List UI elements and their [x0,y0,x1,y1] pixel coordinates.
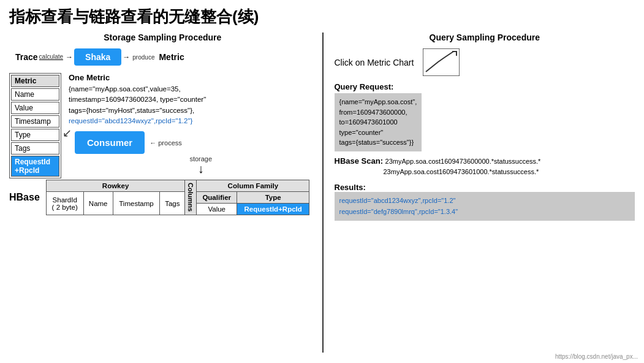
hbase-scan-section: HBase Scan: 23myApp.soa.cost160947360000… [335,156,635,178]
value-cell: Value [197,204,237,215]
svg-rect-0 [423,48,460,76]
storage-arrow-area: storage ↓ [86,155,316,175]
curve-arrow-icon: ↙ [63,126,72,140]
metric-table-value: Value [11,102,59,114]
results-section: Results: requestId="abcd1234wxyz",rpcId=… [335,183,635,221]
rowkey-header: Rowkey [46,180,185,192]
hbase-scan-line1: 23myApp.soa.cost1609473600000.*statussuc… [385,158,541,165]
metric-table: Metric Name Value Timestamp Type Tags Re… [9,73,61,178]
content-area: Storage Sampling Procedure Trace calcula… [9,32,635,353]
qualifier-col: Qualifier [197,192,237,204]
consumer-section: ↙ Consumer ← process storage ↓ [69,131,316,175]
process-label: ← process [150,139,182,147]
click-metric-row: Click on Metric Chart [335,48,635,76]
query-request-label: Query Request: [335,82,635,91]
calculate-label: calculate [39,55,63,60]
columns-header: Columns [185,180,197,215]
trace-shaka-row: Trace calculate → Shaka → produce Metric [9,48,316,66]
metric-table-header: Metric [11,75,59,87]
right-arrow-1: → [66,53,73,61]
hbase-scan-line2: 23myApp.soa.cost1609473601000.*statussuc… [384,168,539,175]
trace-label: Trace [15,52,38,62]
type-col: Type [237,192,309,204]
hbase-section: HBase Rowkey Columns Column Family Shard… [9,180,316,215]
metric-blue-text: requestId="abcd1234wxyz",rpcId="1.2"} [69,117,192,124]
query-request-section: Query Request: {name="myApp.soa.cost", f… [335,82,635,151]
right-arrow-2: → [123,53,130,61]
produce-label: produce [132,54,154,61]
requestid-cell: RequestId+RpcId [237,204,309,215]
results-label: Results: [335,183,366,192]
metric-table-timestamp: Timestamp [11,115,59,128]
vertical-divider [322,32,324,353]
metric-table-requestid: RequestId+RpcId [11,156,59,177]
results-line2: requestId="defg7890lmrq",rpcId="1.3.4" [339,206,631,218]
name-col: Name [83,192,113,215]
watermark: https://blog.csdn.net/java_px... [555,353,638,360]
one-metric-title: One Metric [69,73,316,82]
right-of-table: One Metric {name="myApp.soa.cost",value=… [69,73,316,178]
shaka-box: Shaka [74,48,121,66]
left-section-title: Storage Sampling Procedure [9,32,316,42]
tags-col: Tags [160,192,185,215]
metric-table-name: Name [11,88,59,101]
query-box: {name="myApp.soa.cost", from=16094736000… [335,93,422,151]
metric-table-tags: Tags [11,142,59,155]
right-section-title: Query Sampling Procedure [335,32,635,42]
column-family-header: Column Family [197,180,309,192]
page-title: 指标查看与链路查看的无缝整合(续) [9,6,635,28]
shardid-col: ShardId( 2 byte) [46,192,83,215]
results-box: requestId="abcd1234wxyz",rpcId="1.2" req… [335,192,635,221]
results-line1: requestId="abcd1234wxyz",rpcId="1.2" [339,195,631,207]
down-arrow-icon: ↓ [198,162,204,175]
hbase-label: HBase [9,192,40,203]
left-panel: Storage Sampling Procedure Trace calcula… [9,32,322,353]
metric-table-type: Type [11,129,59,141]
hbase-table: Rowkey Columns Column Family ShardId( 2 … [46,180,310,215]
click-metric-text: Click on Metric Chart [335,58,414,67]
hbase-scan-label: HBase Scan: [335,156,383,166]
metric-chart-icon [423,48,460,76]
metric-data-text: {name="myApp.soa.cost",value=35, timesta… [69,84,316,126]
metric-row-area: Metric Name Value Timestamp Type Tags Re… [9,73,316,178]
consumer-box: Consumer [75,131,145,154]
page-container: 指标查看与链路查看的无缝整合(续) Storage Sampling Proce… [0,0,644,363]
metric-label: Metric [159,52,184,62]
timestamp-col: Timestamp [113,192,160,215]
right-panel: Query Sampling Procedure Click on Metric… [322,32,635,353]
consumer-area: Consumer ← process [75,131,316,154]
